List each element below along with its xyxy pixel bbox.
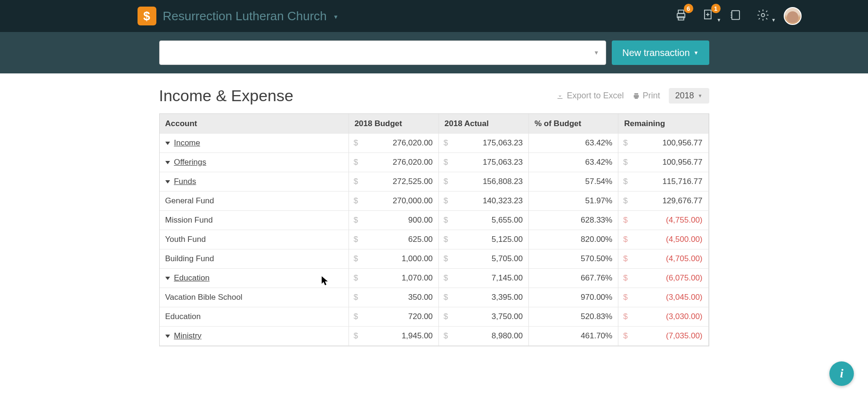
account-group-label[interactable]: Funds — [174, 177, 196, 186]
account-cell[interactable]: Offerings — [160, 153, 349, 172]
dollar-sign-icon: $ — [623, 273, 627, 283]
account-cell: Building Fund — [160, 249, 349, 269]
budget-cell: $625.00 — [349, 230, 439, 249]
budget-cell: $276,020.00 — [349, 134, 439, 153]
col-remaining[interactable]: Remaining — [618, 114, 708, 134]
budget-cell: $272,525.00 — [349, 172, 439, 192]
dollar-sign-icon: $ — [623, 293, 627, 302]
pct-cell: 57.54% — [529, 172, 618, 192]
action-bar: ▼ New transaction ▼ — [0, 32, 868, 73]
pct-cell: 63.42% — [529, 153, 618, 172]
col-account[interactable]: Account — [160, 114, 349, 134]
pct-value: 57.54% — [585, 177, 613, 186]
dollar-sign-icon: $ — [623, 235, 627, 244]
dollar-sign-icon: $ — [444, 235, 448, 244]
svg-rect-6 — [731, 11, 739, 20]
remaining-value: 100,956.77 — [662, 138, 702, 147]
pct-cell: 820.00% — [529, 230, 618, 249]
remaining-cell: $(4,755.00) — [618, 211, 708, 230]
budget-value: 720.00 — [408, 312, 433, 321]
caret-down-icon: ▼ — [698, 93, 703, 98]
budget-cell: $350.00 — [349, 288, 439, 307]
pct-cell: 570.50% — [529, 249, 618, 269]
settings-icon[interactable]: ▼ — [756, 8, 770, 24]
dollar-sign-icon: $ — [354, 138, 358, 148]
account-label: Vacation Bible School — [165, 293, 243, 302]
pct-value: 628.33% — [581, 216, 612, 224]
caret-down-icon — [165, 142, 170, 145]
dollar-sign-icon: $ — [354, 216, 358, 225]
add-document-icon[interactable]: ▼ 1 — [702, 8, 715, 24]
col-budget[interactable]: 2018 Budget — [349, 114, 439, 134]
table-row: Funds$272,525.00$156,808.2357.54%$115,71… — [160, 172, 709, 192]
account-cell[interactable]: Ministry — [160, 327, 349, 346]
account-group-label[interactable]: Education — [174, 273, 210, 282]
dollar-sign-icon: $ — [444, 177, 448, 186]
account-cell: Youth Fund — [160, 230, 349, 249]
budget-report-table: Account 2018 Budget 2018 Actual % of Bud… — [159, 113, 709, 346]
dollar-sign-icon: $ — [444, 196, 448, 206]
remaining-value: 100,956.77 — [662, 158, 702, 167]
print-icon[interactable]: 6 — [674, 8, 688, 24]
contacts-icon[interactable] — [729, 8, 742, 24]
remaining-cell: $(7,035.00) — [618, 327, 708, 346]
account-cell[interactable]: Income — [160, 134, 349, 153]
account-cell[interactable]: Funds — [160, 172, 349, 192]
remaining-value: (7,035.00) — [666, 331, 703, 340]
remaining-value: (6,075.00) — [666, 273, 703, 282]
budget-cell: $276,020.00 — [349, 153, 439, 172]
col-actual[interactable]: 2018 Actual — [439, 114, 529, 134]
avatar[interactable] — [784, 7, 802, 25]
remaining-value: 115,716.77 — [662, 177, 702, 186]
remaining-cell: $129,676.77 — [618, 192, 708, 211]
dollar-sign-icon: $ — [354, 177, 358, 186]
dollar-sign-icon: $ — [444, 312, 448, 321]
export-excel-button[interactable]: Export to Excel — [556, 91, 624, 101]
pct-cell: 51.97% — [529, 192, 618, 211]
export-label: Export to Excel — [567, 91, 624, 101]
remaining-cell: $(4,500.00) — [618, 230, 708, 249]
actual-cell: $140,323.23 — [439, 192, 529, 211]
table-row: Ministry$1,945.00$8,980.00461.70%$(7,035… — [160, 327, 709, 346]
actual-cell: $156,808.23 — [439, 172, 529, 192]
col-pct[interactable]: % of Budget — [529, 114, 618, 134]
actual-value: 175,063.23 — [483, 138, 523, 147]
dollar-sign-icon: $ — [354, 235, 358, 244]
budget-value: 625.00 — [408, 235, 433, 244]
caret-down-icon: ▼ — [717, 17, 722, 23]
svg-point-10 — [761, 14, 764, 17]
new-transaction-button[interactable]: New transaction ▼ — [612, 40, 709, 65]
pct-value: 51.97% — [585, 196, 613, 205]
actual-cell: $175,063.23 — [439, 153, 529, 172]
year-selector[interactable]: 2018 ▼ — [669, 88, 709, 104]
table-row: Education$1,070.00$7,145.00667.76%$(6,07… — [160, 269, 709, 288]
search-dropdown[interactable]: ▼ — [159, 40, 607, 65]
budget-value: 1,945.00 — [402, 331, 433, 340]
brand-icon[interactable]: $ — [138, 7, 156, 25]
account-group-label[interactable]: Ministry — [174, 331, 202, 340]
dollar-sign-icon: $ — [354, 273, 358, 283]
budget-value: 1,070.00 — [402, 273, 433, 282]
dollar-sign-icon: $ — [444, 158, 448, 167]
dollar-sign-icon: $ — [354, 196, 358, 206]
caret-down-icon: ▼ — [593, 49, 599, 56]
account-group-label[interactable]: Offerings — [174, 158, 206, 167]
dollar-sign-icon: $ — [623, 254, 627, 264]
print-button[interactable]: Print — [633, 91, 660, 101]
table-row: General Fund$270,000.00$140,323.2351.97%… — [160, 192, 709, 211]
account-cell[interactable]: Education — [160, 269, 349, 288]
remaining-value: (4,500.00) — [666, 235, 703, 244]
page-title: Income & Expense — [159, 87, 293, 105]
org-switcher[interactable]: Resurrection Lutheran Church ▼ — [163, 9, 339, 24]
svg-rect-1 — [678, 10, 684, 14]
dollar-sign-icon: $ — [623, 216, 627, 225]
dollar-sign-icon: $ — [354, 254, 358, 264]
caret-down-icon — [165, 277, 170, 280]
caret-down-icon — [165, 180, 170, 184]
dollar-sign-icon: $ — [623, 138, 627, 148]
remaining-cell: $(3,045.00) — [618, 288, 708, 307]
pct-value: 461.70% — [581, 331, 612, 340]
download-icon — [556, 92, 564, 100]
account-group-label[interactable]: Income — [174, 138, 200, 147]
account-label: Building Fund — [165, 254, 214, 263]
